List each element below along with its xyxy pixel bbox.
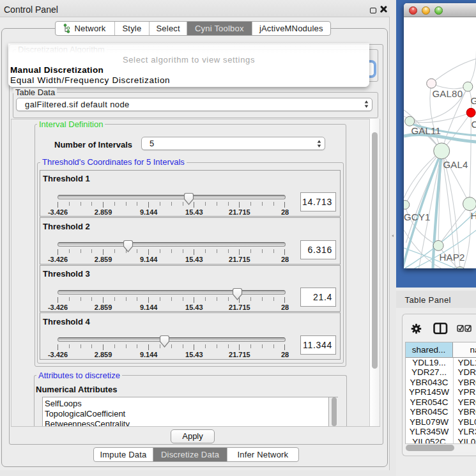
svg-text:GAL11: GAL11 — [411, 125, 441, 136]
svg-text:HAP2: HAP2 — [439, 252, 464, 263]
svg-text:GAL80: GAL80 — [432, 88, 463, 99]
svg-text:GCY1: GCY1 — [404, 211, 431, 222]
svg-text:GAL4: GAL4 — [443, 159, 468, 170]
svg-text:GA: GA — [470, 95, 476, 106]
svg-text:C: C — [471, 119, 476, 130]
svg-text:H: H — [470, 210, 476, 221]
